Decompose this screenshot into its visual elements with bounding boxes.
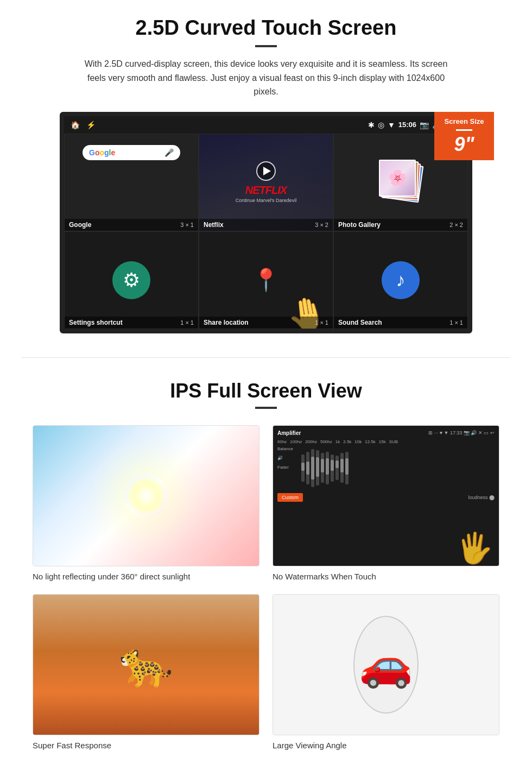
section-curved-screen: 2.5D Curved Touch Screen With 2.5D curve… xyxy=(0,0,532,341)
amp-loudness-label: loudness ⬤ xyxy=(468,495,495,500)
amplifier-image: Amplifier ⊞ ··· ♥ ▼ 17:33 📷 🔊 ✕ ▭ ↩ 60hz… xyxy=(273,425,499,566)
app-cell-sound[interactable]: ♪ Sound Search 1 × 1 xyxy=(333,231,468,329)
sun-glow xyxy=(124,474,168,518)
share-app-name: Share location xyxy=(204,319,249,326)
usb-icon: ⚡ xyxy=(86,121,96,129)
gallery-app-name: Photo Gallery xyxy=(338,221,381,229)
amp-bar-3 xyxy=(311,449,314,487)
google-app-name: Google xyxy=(69,221,91,229)
amp-bar-5 xyxy=(321,453,324,483)
sunlight-label: No light reflecting under 360° direct su… xyxy=(33,572,259,581)
amp-bar-7 xyxy=(331,455,334,482)
amp-bar-6 xyxy=(326,452,329,484)
gear-icon: ⚙ xyxy=(123,269,140,292)
gallery-app-size: 2 × 2 xyxy=(449,222,463,228)
netflix-app-name: Netflix xyxy=(204,221,224,229)
sound-app-name: Sound Search xyxy=(338,319,382,326)
sunlight-visual xyxy=(33,426,259,566)
amp-bar-2 xyxy=(306,452,309,484)
title-underline xyxy=(255,45,277,47)
netflix-logo: NETFLIX xyxy=(236,184,296,197)
device-wrapper: Screen Size 9" 🏠 ⚡ ✱ ◎ ▼ 15:06 📷 🔊 ✕ xyxy=(43,112,489,333)
section1-title: 2.5D Curved Touch Screen xyxy=(33,16,499,40)
car-topview-icon: 🚗 xyxy=(359,639,413,690)
status-time: 15:06 xyxy=(398,121,416,129)
amp-header: Amplifier ⊞ ··· ♥ ▼ 17:33 📷 🔊 ✕ ▭ ↩ xyxy=(277,430,495,436)
car-image: 🚗 xyxy=(273,594,499,735)
play-triangle xyxy=(263,167,271,175)
badge-divider xyxy=(456,129,472,131)
amp-footer: Custom loudness ⬤ xyxy=(277,493,495,502)
photo-layer-4: 🌸 xyxy=(379,160,416,197)
flower-icon: 🌸 xyxy=(388,169,407,187)
gallery-label: Photo Gallery 2 × 2 xyxy=(334,219,467,231)
gps-icon: ◎ xyxy=(378,121,384,129)
amp-custom-button[interactable]: Custom xyxy=(277,493,303,502)
music-note-icon: ♪ xyxy=(396,269,406,291)
amp-bar-8 xyxy=(335,456,339,480)
amp-bar-10 xyxy=(345,452,349,484)
share-app-size: 1 × 1 xyxy=(315,319,328,326)
netflix-content: NETFLIX Continue Marvel's Daredevil xyxy=(236,161,296,203)
bluetooth-icon: ✱ xyxy=(368,121,375,129)
google-app-size: 3 × 1 xyxy=(180,222,194,228)
play-button[interactable] xyxy=(256,161,276,181)
feature-car: 🚗 Large Viewing Angle xyxy=(273,594,499,750)
cheetah-visual: 🐆 xyxy=(33,595,259,735)
app-cell-netflix[interactable]: NETFLIX Continue Marvel's Daredevil Netf… xyxy=(199,134,333,231)
feature-cheetah: 🐆 Super Fast Response xyxy=(33,594,259,750)
sunlight-image xyxy=(33,425,259,566)
amp-title: Amplifier xyxy=(277,430,301,436)
app-cell-settings[interactable]: ⚙ Settings shortcut 1 × 1 xyxy=(64,231,199,329)
settings-icon-bg: ⚙ xyxy=(112,261,150,299)
section-divider xyxy=(22,357,510,358)
app-cell-share[interactable]: 📍 🤚 Share location 1 × 1 xyxy=(199,231,333,329)
cheetah-label: Super Fast Response xyxy=(33,741,259,750)
app-cell-google[interactable]: Google 🎤 Google 3 × 1 xyxy=(64,134,199,231)
section-ips: IPS Full Screen View No light reflecting… xyxy=(0,374,532,757)
music-icon-bg: ♪ xyxy=(382,261,420,299)
wifi-icon: ▼ xyxy=(388,121,395,129)
amp-bar-9 xyxy=(340,453,344,483)
feature-grid: No light reflecting under 360° direct su… xyxy=(33,425,499,750)
amp-bars xyxy=(301,446,495,490)
sound-label: Sound Search 1 × 1 xyxy=(334,317,467,329)
badge-title: Screen Size xyxy=(439,117,490,127)
amp-bar-1 xyxy=(301,455,305,482)
google-search-bar[interactable]: Google 🎤 xyxy=(83,145,180,160)
cheetah-image: 🐆 xyxy=(33,594,259,735)
amp-freq-labels: 60hz100hz200hz500hz1k2.5k10k12.5k15kSUB xyxy=(277,439,495,444)
car-visual: 🚗 xyxy=(273,595,499,735)
mic-icon[interactable]: 🎤 xyxy=(164,148,174,157)
home-icon[interactable]: 🏠 xyxy=(71,121,80,129)
cheetah-icon: 🐆 xyxy=(119,639,173,690)
section2-underline xyxy=(255,407,277,409)
touch-hand-icon: 🖐 xyxy=(456,531,493,566)
amp-side-labels: Balance 🔊 Fader xyxy=(277,446,495,490)
photo-stack: 🌸 xyxy=(379,161,422,204)
netflix-subtitle: Continue Marvel's Daredevil xyxy=(236,198,296,203)
settings-app-size: 1 × 1 xyxy=(180,319,194,326)
google-logo: Google xyxy=(89,148,115,157)
google-label: Google 3 × 1 xyxy=(65,219,198,231)
netflix-label: Netflix 3 × 2 xyxy=(199,219,333,231)
watermark-label: No Watermarks When Touch xyxy=(273,572,499,581)
car-label: Large Viewing Angle xyxy=(273,741,499,750)
car-screen-device: 🏠 ⚡ ✱ ◎ ▼ 15:06 📷 🔊 ✕ ▭ xyxy=(60,112,472,333)
screen-size-badge: Screen Size 9" xyxy=(434,112,494,160)
section2-title: IPS Full Screen View xyxy=(33,380,499,402)
camera-icon: 📷 xyxy=(420,121,429,129)
amp-bar-4 xyxy=(316,450,319,485)
app-grid: Google 🎤 Google 3 × 1 xyxy=(64,134,468,329)
status-left: 🏠 ⚡ xyxy=(71,121,96,129)
feature-watermark: Amplifier ⊞ ··· ♥ ▼ 17:33 📷 🔊 ✕ ▭ ↩ 60hz… xyxy=(273,425,499,581)
netflix-app-size: 3 × 2 xyxy=(315,222,328,228)
car-oval: 🚗 xyxy=(353,616,419,714)
amp-status: ⊞ ··· ♥ ▼ 17:33 📷 🔊 ✕ ▭ ↩ xyxy=(428,430,495,436)
badge-size: 9" xyxy=(439,134,490,155)
settings-app-name: Settings shortcut xyxy=(69,319,123,326)
share-label: Share location 1 × 1 xyxy=(199,317,333,329)
settings-label: Settings shortcut 1 × 1 xyxy=(65,317,198,329)
sound-app-size: 1 × 1 xyxy=(449,319,463,326)
section1-description: With 2.5D curved-display screen, this de… xyxy=(76,57,456,99)
